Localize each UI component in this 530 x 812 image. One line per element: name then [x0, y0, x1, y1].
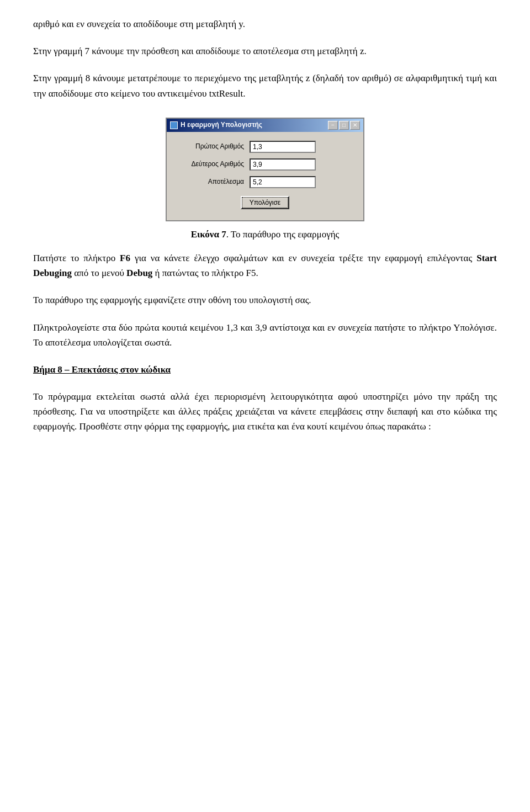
- window-body: Πρώτος Αριθμός Δεύτερος Αριθμός Αποτέλεσ…: [167, 132, 363, 220]
- text-p2: Στην γραμμή 7 κάνουμε την πρόσθεση και α…: [33, 46, 367, 56]
- paragraph-2: Στην γραμμή 7 κάνουμε την πρόσθεση και α…: [33, 44, 497, 59]
- text-p5-2: για να κάνετε έλεγχο σφαλμάτων και εν συ…: [130, 253, 476, 263]
- text-p6: Το παράθυρο της εφαρμογής εμφανίζετε στη…: [33, 295, 311, 305]
- text-p3: Στην γραμμή 8 κάνουμε μετατρέπουμε το πε…: [33, 73, 497, 98]
- paragraph-8: Το πρόγραμμα εκτελείται σωστά αλλά έχει …: [33, 389, 497, 434]
- button-row: Υπολόγισε: [178, 196, 352, 209]
- field-row-2: Αποτέλεσμα: [178, 176, 352, 188]
- paragraph-7: Πληκτρολογείστε στα δύο πρώτα κουτιά κει…: [33, 320, 497, 350]
- title-left: Η εφαρμογή Υπολογιστής: [170, 120, 262, 130]
- field-input-0[interactable]: [250, 141, 316, 153]
- window-controls: − □ ✕: [328, 121, 360, 130]
- app-window: Η εφαρμογή Υπολογιστής − □ ✕ Πρώτος Αριθ…: [166, 118, 364, 221]
- calculate-button[interactable]: Υπολόγισε: [241, 196, 289, 209]
- app-icon: [170, 121, 178, 129]
- heading-step8: Βήμα 8 – Επεκτάσεις στον κώδικα: [33, 362, 497, 377]
- paragraph-3: Στην γραμμή 8 κάνουμε μετατρέπουμε το πε…: [33, 71, 497, 100]
- field-label-1: Δεύτερος Αριθμός: [178, 159, 250, 169]
- paragraph-6: Το παράθυρο της εφαρμογής εμφανίζετε στη…: [33, 293, 497, 307]
- field-label-0: Πρώτος Αριθμός: [178, 141, 250, 152]
- field-row-1: Δεύτερος Αριθμός: [178, 158, 352, 171]
- text-p5-4: ή πατώντας το πλήκτρο F5.: [152, 268, 258, 278]
- text-p5-1: Πατήστε το πλήκτρο: [33, 253, 120, 263]
- field-input-1[interactable]: [250, 158, 316, 171]
- field-label-2: Αποτέλεσμα: [178, 177, 250, 187]
- window-title: Η εφαρμογή Υπολογιστής: [181, 120, 262, 130]
- close-button[interactable]: ✕: [350, 121, 360, 130]
- figure-caption: Εικόνα 7. Το παράθυρο της εφαρμογής: [191, 227, 340, 242]
- paragraph-5: Πατήστε το πλήκτρο F6 για να κάνετε έλεγ…: [33, 251, 497, 280]
- caption-dot: . Το παράθυρο της εφαρμογής: [226, 229, 340, 240]
- maximize-button[interactable]: □: [339, 121, 349, 130]
- window-titlebar: Η εφαρμογή Υπολογιστής − □ ✕: [167, 119, 363, 132]
- text-debug: Debug: [126, 268, 152, 278]
- minimize-button[interactable]: −: [328, 121, 338, 130]
- text-p8: Το πρόγραμμα εκτελείται σωστά αλλά έχει …: [33, 391, 497, 432]
- figure-7: Η εφαρμογή Υπολογιστής − □ ✕ Πρώτος Αριθ…: [33, 118, 497, 245]
- paragraph-1: αριθμό και εν συνεχεία το αποδίδουμε στη…: [33, 17, 497, 31]
- heading-text: Βήμα 8 – Επεκτάσεις στον κώδικα: [33, 364, 171, 375]
- text-p5-3: από το μενού: [72, 268, 126, 278]
- caption-prefix: Εικόνα 7: [191, 229, 226, 240]
- text-p7: Πληκτρολογείστε στα δύο πρώτα κουτιά κει…: [33, 322, 497, 348]
- text-p1: αριθμό και εν συνεχεία το αποδίδουμε στη…: [33, 19, 245, 29]
- field-input-2[interactable]: [250, 176, 316, 188]
- text-f6: F6: [120, 253, 130, 263]
- field-row-0: Πρώτος Αριθμός: [178, 141, 352, 153]
